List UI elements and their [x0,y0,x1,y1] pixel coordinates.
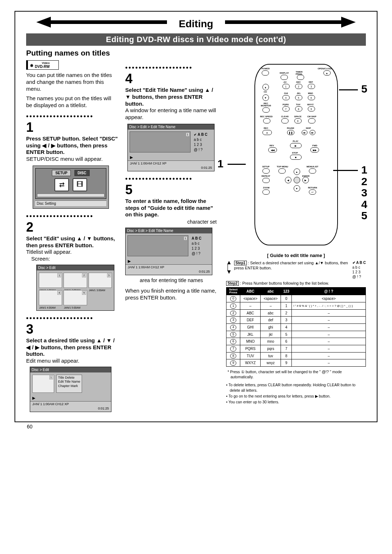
step-divider: •••••••••••••••••••• [125,175,220,183]
guide-body: ▲│▼ Step1 : Select a desired character s… [226,260,366,404]
step-divider: •••••••••••••••••••• [26,212,119,220]
title-name-input-area: 1 [130,131,191,152]
step-3-instruction: Select a desired title using ▲ / ▼ / ◀ /… [26,337,119,358]
menu-edit-title-name: Edit Title Name [58,380,80,384]
openclose-button: ▲ [323,70,331,76]
intro-p2: The names you put on the titles will be … [26,95,119,109]
clear-button [281,118,289,123]
rec-button: ● [262,130,272,135]
dpad-up: ▲ [294,168,300,175]
rec-monitor-button [262,107,270,113]
step-4-number: 4 [125,72,220,85]
step-2-number: 2 [26,221,119,234]
key-8: 8 [295,106,302,111]
charset-selector: A B C a b c 1 2 3 @ ! ? [190,235,210,256]
step-5-number: 5 [125,183,220,196]
setup-tab: SETUP [52,170,70,176]
step-3-number: 3 [26,323,119,336]
menulist-button [309,168,316,174]
charset-selector: A B C a b c 1 2 3 @ ! ? [192,131,212,152]
setup-disc-screen: SETUP DISC ⇄ 🎞 Disc Setting [33,166,109,209]
elapsed-time: 0:01:25 [128,166,214,171]
status-line: JAN/ 1 1:00AM CH12 XP [30,401,111,407]
charset-caption: character set [125,219,217,225]
fwd-button: ▶▶ [310,147,319,152]
updown-arrows-icon: ▲│▼ [226,260,232,279]
cmskip-button [308,118,315,123]
step-4-body: A window for entering a title name will … [125,107,220,121]
remote-diagram: POWER OPEN/CLOSE ▲ DISPLAY TIMER PROG. .… [226,64,366,245]
status-line: JAN/ 1 1:00AM CH12 XP [126,264,212,270]
title-name-input-area: 1 [127,235,188,256]
play-icon: ▶ [30,395,111,401]
setup-button [262,168,270,174]
step-divider: •••••••••••••••••••• [125,64,220,72]
step-2-instruction: Select "Edit" using ▲ / ▼ buttons, then … [26,235,119,249]
disc-icon: ◉ [30,63,33,67]
key-7: 7 [282,106,290,111]
callout-numpad: 5 [361,83,367,95]
play-icon: ▶ [128,154,214,160]
edit-title-name-screen-1: Disc > Edit > Edit Title Name 1 A B C a … [127,124,215,171]
timer-prog-button [297,75,304,80]
guide-step1-text: : Select a desired character set using ▲… [234,261,348,270]
step-1-instruction: Press SETUP button. Select "DISC" using … [26,135,119,156]
recspeed-button [263,118,270,123]
section-title: Putting names on titles [26,49,366,57]
title-thumb: 4JAN/1 4:00AM [39,290,62,305]
dpad-right: ▶ [302,177,309,183]
key-3: 3 [308,84,315,89]
status-line: JAN/ 1 1:00AM CH12 XP [128,160,214,166]
guide-step2-text: : Press Number buttons following by the … [240,281,329,285]
callout-dpad-list: 1 2 3 4 5 [361,164,367,221]
play-button: ▶ [290,143,302,148]
area-caption: area for entering title names [140,277,220,283]
key-5: 5 [295,95,302,100]
dpad-down: ▼ [294,185,300,192]
skip-back-button: ⏮ [302,130,307,135]
step-4-instruction: Select "Edit Title Name" using ▲ / ▼ but… [125,87,220,107]
elapsed-time: 0:01:25 [126,270,212,275]
title-thumb: 3JAN/1 3:00AM [89,273,112,288]
rev-button: ◀◀ [268,147,277,152]
intro-p1: You can put title names on the titles an… [26,72,119,92]
ch-down-button: ▼ [262,94,269,101]
key-4: 4 [282,95,290,100]
page-number: 60 [27,424,377,429]
edit-menu-screen: Disc > Edit 1 Title Delete Edit Title Na… [30,367,111,412]
return-button: ↩ [309,190,316,195]
titlelist-screen: Disc > Edit 1JAN/1 1:00AM 2JAN/1 2:00AM … [36,265,114,311]
disc-setting-label: Disc Setting [35,200,106,206]
step-3-body: Edit menu will appear. [26,358,119,364]
edit-popup-menu: Title Delete Edit Title Name Chapter Mar… [56,375,82,393]
title-thumb: 5JAN/1 5:00AM [64,290,87,305]
guide-charset: A B C a b c 1 2 3 @ ! ? [350,260,366,279]
step-divider: •••••••••••••••••••• [26,113,119,120]
guide-title: [ Guide to edit title name ] [226,253,366,258]
disc-tab: DISC [74,170,90,176]
step-divider: •••••••••••••••••••• [26,314,119,322]
character-table: Select Press ABC abc 123 @ ! ? 0<space><… [226,287,366,367]
step-1-body: SETUP/DISC menu will appear. [26,156,119,163]
repeat-button [262,178,270,183]
skip-fwd-button: ⏭ [310,130,315,135]
edit-title-name-screen-2: Disc > Edit > Edit Title Name 1 A B C a … [125,228,212,275]
enter-button [294,177,300,183]
menu-chapter-mark: Chapter Mark [58,384,80,388]
key-6: 6 [308,95,315,100]
guide-bullets: To delete letters, press CLEAR button re… [226,382,366,404]
power-button [262,70,269,76]
guide-footnote: * Press ① button, character set will be … [226,370,366,379]
zoom-button [262,190,270,195]
screen-label: Screen: [31,256,119,262]
menu-title-delete: Title Delete [58,376,80,380]
title-thumb: 2JAN/1 2:00AM [64,273,87,288]
topmenu-button [278,168,286,174]
ch-up-button: ▲ [262,84,269,90]
disc-icon-large: 🎞 [73,178,87,191]
callout-setup: 1 [217,158,224,170]
pause-button: ❚❚ [287,130,294,135]
step-2-body: Titlelist will appear. [26,249,119,256]
title-thumb: 1JAN/1 1:00AM [39,273,62,288]
dvdrw-video-badge: ◉ Video DVD-RW [26,60,59,70]
